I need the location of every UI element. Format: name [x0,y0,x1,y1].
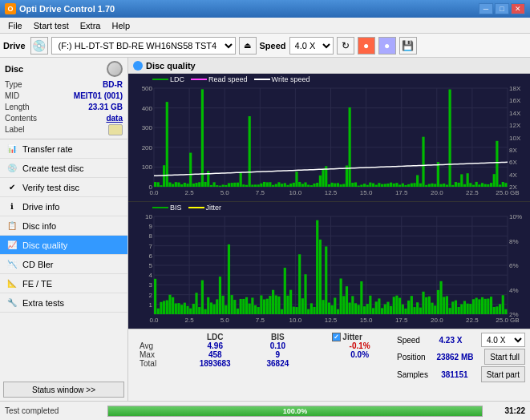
stats-header-jitter: ✓ Jitter [326,333,394,341]
stats-row-avg: Avg 4.96 0.10 -0.1% [133,341,394,350]
stats-row: LDC BIS ✓ Jitter [133,333,525,382]
jitter-checkbox-row: ✓ Jitter [332,333,387,341]
title-bar-controls: ─ □ ✕ [479,3,525,14]
disc-mid-value: MEIT01 (001) [74,91,123,102]
nav-create-test-disc[interactable]: 💿 Create test disc [0,159,127,178]
position-stat-value: 23862 MB [436,353,473,361]
stats-table: LDC BIS ✓ Jitter [133,333,394,368]
nav-disc-info[interactable]: 📋 Disc info [0,216,127,236]
disc-contents-label: Contents [5,113,37,124]
app-title: Opti Drive Control 1.70 [19,4,115,14]
chart2-legend: BIS Jitter [152,204,221,212]
nav-transfer-rate[interactable]: 📊 Transfer rate [0,139,127,159]
position-stat-row: Position 23862 MB Start full [397,349,525,365]
disc-panel-title: Disc [5,64,23,74]
chart1-wrapper: LDC Read speed Write speed [128,74,530,202]
menu-help[interactable]: Help [107,19,135,32]
drive-info-icon: ℹ [6,201,18,212]
maximize-button[interactable]: □ [495,3,509,14]
samples-stat-value: 381151 [441,370,467,379]
quality-title: Disc quality [146,61,196,71]
drive-select[interactable]: (F:) HL-DT-ST BD-RE WH16NS58 TST4 [51,37,236,55]
speed-stat-select[interactable]: 4.0 X [481,333,525,347]
nav-fe-te[interactable]: 📐 FE / TE [0,274,127,293]
disc-icon [107,61,123,77]
disc-info-length: Length 23.31 GB [5,102,123,113]
title-bar: O Opti Drive Control 1.70 ─ □ ✕ [0,0,530,18]
save-button[interactable]: 💾 [399,37,417,55]
max-label: Max [133,350,180,359]
nav-cd-bler-label: CD Bler [22,260,54,269]
menu-extra[interactable]: Extra [75,19,106,32]
read-speed-legend-item: Read speed [191,75,248,83]
disc-label-icon[interactable] [108,124,123,135]
fe-te-icon: 📐 [6,278,18,289]
avg-ldc: 4.96 [180,341,250,350]
samples-stat-row: Samples 381151 Start part [397,366,525,382]
disc-write-btn[interactable]: ● [378,37,396,55]
write-speed-legend-label: Write speed [272,75,310,83]
chart1-legend: LDC Read speed Write speed [152,75,310,83]
disc-contents-value[interactable]: data [106,113,123,124]
refresh-button[interactable]: ↻ [337,37,354,55]
app-icon: O [5,3,16,14]
menu-file[interactable]: File [3,19,27,32]
nav-verify-test-disc-label: Verify test disc [22,183,79,192]
avg-label: Avg [133,341,180,350]
disc-label-label: Label [5,124,24,135]
nav-extra-tests-label: Extra tests [22,298,64,308]
nav-verify-test-disc[interactable]: ✔ Verify test disc [0,178,127,197]
transfer-rate-icon: 📊 [6,143,18,155]
charts-container: LDC Read speed Write speed [128,74,530,329]
progress-bar-fill: 100.0% [108,406,482,416]
bis-legend-label: BIS [170,204,182,212]
disc-mid-label: MID [5,91,19,102]
stats-table-area: LDC BIS ✓ Jitter [133,333,394,368]
disc-type-value: BD-R [103,79,123,91]
drive-label: Drive [3,41,26,50]
speed-select[interactable]: 4.0 X 1.0 X 2.0 X 6.0 X 8.0 X [289,37,334,55]
bis-legend-item: BIS [152,204,182,212]
max-bis: 9 [250,350,305,359]
nav-drive-info[interactable]: ℹ Drive info [0,197,127,216]
jitter-checkbox[interactable]: ✓ [332,333,341,341]
nav-extra-tests[interactable]: 🔧 Extra tests [0,293,127,313]
ldc-legend-color [152,79,168,80]
jitter-legend-label: Jitter [206,204,222,212]
toolbar: Drive 💿 (F:) HL-DT-ST BD-RE WH16NS58 TST… [0,34,530,58]
eject-button[interactable]: ⏏ [239,37,257,55]
minimize-button[interactable]: ─ [479,3,493,14]
menu-bar: File Start test Extra Help [0,18,530,34]
nav-disc-quality[interactable]: 📈 Disc quality [0,236,127,255]
disc-read-btn[interactable]: ● [358,37,375,55]
speed-stat-row: Speed 4.23 X 4.0 X [397,333,525,347]
nav-fe-te-label: FE / TE [22,279,52,289]
start-part-button[interactable]: Start part [481,366,525,382]
right-stats: Speed 4.23 X 4.0 X Position 23862 MB Sta… [397,333,525,382]
nav-transfer-rate-label: Transfer rate [22,144,73,154]
stats-row-max: Max 458 9 0.0% [133,350,394,359]
jitter-legend-item: Jitter [188,204,222,212]
title-bar-left: O Opti Drive Control 1.70 [5,3,115,14]
position-stat-label: Position [397,353,426,361]
speed-label: Speed [260,41,286,50]
stats-header-blank [133,333,180,341]
disc-info-type: Type BD-R [5,79,123,91]
close-button[interactable]: ✕ [511,3,525,14]
drive-icon-btn[interactable]: 💿 [30,37,48,55]
disc-info-mid: MID MEIT01 (001) [5,91,123,102]
total-ldc: 1893683 [180,359,250,368]
nav-disc-quality-label: Disc quality [22,240,67,250]
status-window-button[interactable]: Status window >> [3,382,124,398]
status-bar: Test completed 100.0% 31:22 [0,401,530,420]
quality-header: Disc quality [128,58,530,74]
avg-jitter: -0.1% [326,341,394,350]
menu-start-test[interactable]: Start test [29,19,74,32]
jitter-legend-color [188,207,204,208]
disc-type-label: Type [5,79,22,91]
nav-cd-bler[interactable]: 📉 CD Bler [0,255,127,274]
start-full-button[interactable]: Start full [484,349,525,365]
stats-header-ldc: LDC [180,333,250,341]
avg-bis: 0.10 [250,341,305,350]
nav-disc-info-label: Disc info [22,221,56,231]
